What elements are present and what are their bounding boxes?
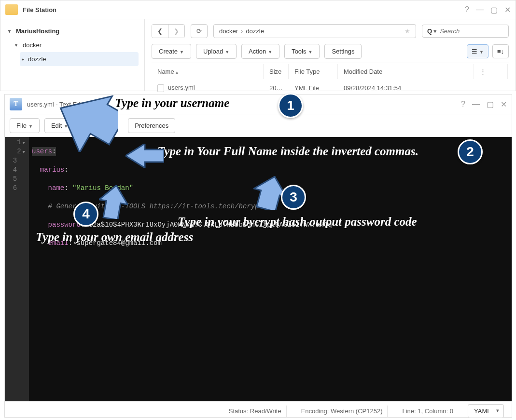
create-button[interactable]: Create▼ xyxy=(152,44,191,59)
annotation-badge-3: 3 xyxy=(281,185,306,210)
nav-back-forward: ❮ ❯ xyxy=(152,24,185,38)
tree-item-label: docker xyxy=(23,41,42,49)
close-icon[interactable]: ✕ xyxy=(504,5,511,14)
file-toolbar: Create▼ Upload▼ Action▼ Tools▼ Settings … xyxy=(152,44,509,59)
search-input[interactable] xyxy=(440,27,503,35)
sort-button[interactable]: ≡↓ xyxy=(492,44,509,58)
line-gutter: 1▼ 2▼ 3 4 5 6 xyxy=(5,137,29,401)
language-select[interactable]: YAML xyxy=(468,404,504,418)
editor-title: users.yml - Text Editor xyxy=(27,101,461,108)
nav-back-button[interactable]: ❮ xyxy=(152,25,168,38)
minimize-icon[interactable]: — xyxy=(476,5,484,14)
breadcrumb-seg: dozzle xyxy=(246,27,264,35)
window-controls: ? — ▢ ✕ xyxy=(461,100,507,109)
annotation-badge-1: 1 xyxy=(278,93,303,118)
folder-tree: ▾ MariusHosting ▾ docker ▸ dozzle xyxy=(0,19,144,91)
editor-toolbar: File▼ Edit▼ Preferences xyxy=(5,114,512,137)
maximize-icon[interactable]: ▢ xyxy=(487,100,494,109)
file-table: Name ▴ Size File Type Modified Date ⋮ us… xyxy=(152,63,509,97)
col-filetype[interactable]: File Type xyxy=(290,64,338,79)
caret-down-icon: ▾ xyxy=(8,28,13,34)
file-list-panel: ❮ ❯ ⟳ docker › dozzle ★ Q▾ Create▼ Uploa… xyxy=(144,19,516,91)
annotation-badge-2: 2 xyxy=(458,139,483,164)
col-size[interactable]: Size xyxy=(265,64,289,79)
settings-button[interactable]: Settings xyxy=(324,44,362,59)
refresh-button[interactable]: ⟳ xyxy=(191,24,208,38)
col-modified[interactable]: Modified Date xyxy=(339,64,474,79)
tree-root[interactable]: ▾ MariusHosting xyxy=(6,24,139,38)
col-more-icon[interactable]: ⋮ xyxy=(475,64,508,79)
status-cursor: Line: 1, Column: 0 xyxy=(397,406,458,417)
annotation-badge-4: 4 xyxy=(73,202,98,227)
minimize-icon[interactable]: — xyxy=(472,100,480,109)
status-bar: Status: Read/Write Encoding: Western (CP… xyxy=(5,401,512,420)
code-content[interactable]: users: marius: name: "Marius Bogdan" # G… xyxy=(29,137,512,401)
search-box[interactable]: Q▾ xyxy=(422,25,509,38)
file-icon xyxy=(157,84,164,92)
table-row[interactable]: users.yml 20… YML File 09/28/2024 14:31:… xyxy=(153,80,508,96)
file-station-window: File Station ? — ▢ ✕ ▾ MariusHosting ▾ d… xyxy=(0,0,516,91)
chevron-right-icon: › xyxy=(241,27,243,35)
text-editor-window: T users.yml - Text Editor ? — ▢ ✕ File▼ … xyxy=(4,94,512,418)
file-size: 20… xyxy=(265,80,289,96)
file-station-titlebar: File Station ? — ▢ ✕ xyxy=(0,0,516,19)
upload-button[interactable]: Upload▼ xyxy=(196,44,237,59)
file-name: users.yml xyxy=(168,84,195,91)
search-icon: Q xyxy=(427,27,432,35)
star-icon[interactable]: ★ xyxy=(404,27,410,35)
text-editor-icon: T xyxy=(10,98,22,110)
tree-item-label: dozzle xyxy=(28,55,46,63)
caret-down-icon: ▾ xyxy=(15,42,20,48)
maximize-icon[interactable]: ▢ xyxy=(490,5,498,14)
view-list-button[interactable]: ☰▼ xyxy=(467,44,488,58)
file-menu-button[interactable]: File▼ xyxy=(10,118,40,133)
window-title: File Station xyxy=(23,6,465,14)
code-editor[interactable]: 1▼ 2▼ 3 4 5 6 users: marius: name: "Mari… xyxy=(5,137,512,401)
text-editor-titlebar: T users.yml - Text Editor ? — ▢ ✕ xyxy=(5,95,512,114)
col-name[interactable]: Name ▴ xyxy=(153,64,264,79)
caret-right-icon: ▸ xyxy=(22,56,24,62)
window-controls: ? — ▢ ✕ xyxy=(465,5,511,14)
tree-root-label: MariusHosting xyxy=(16,27,59,35)
close-icon[interactable]: ✕ xyxy=(501,100,507,109)
status-encoding[interactable]: Encoding: Western (CP1252) xyxy=(296,406,388,417)
breadcrumb[interactable]: docker › dozzle ★ xyxy=(213,24,416,38)
action-button[interactable]: Action▼ xyxy=(241,44,279,59)
tools-button[interactable]: Tools▼ xyxy=(284,44,320,59)
file-type: YML File xyxy=(290,80,338,96)
status-readwrite: Status: Read/Write xyxy=(224,406,287,417)
help-icon[interactable]: ? xyxy=(465,5,469,14)
file-modified: 09/28/2024 14:31:54 xyxy=(339,80,474,96)
nav-forward-button[interactable]: ❯ xyxy=(168,25,184,38)
edit-menu-button[interactable]: Edit▼ xyxy=(44,118,75,133)
folder-icon xyxy=(5,4,18,15)
tree-item-dozzle[interactable]: ▸ dozzle xyxy=(20,52,139,66)
preferences-button[interactable]: Preferences xyxy=(128,118,175,133)
search-dropdown-icon[interactable]: ▾ xyxy=(433,27,437,35)
help-icon[interactable]: ? xyxy=(461,100,465,109)
breadcrumb-seg: docker xyxy=(219,27,238,35)
tree-item-docker[interactable]: ▾ docker xyxy=(13,38,139,52)
language-dropdown[interactable]: YAML xyxy=(468,404,504,418)
